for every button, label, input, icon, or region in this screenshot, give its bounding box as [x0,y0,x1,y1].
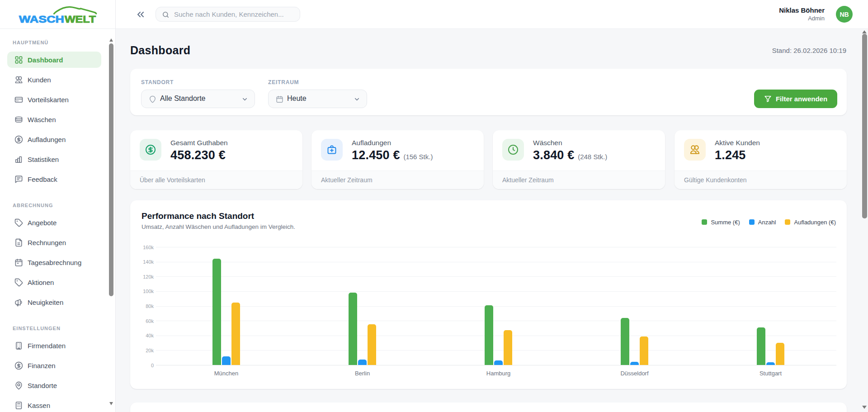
svg-text:WELT: WELT [65,14,96,25]
svg-text:WASCH: WASCH [19,14,64,25]
